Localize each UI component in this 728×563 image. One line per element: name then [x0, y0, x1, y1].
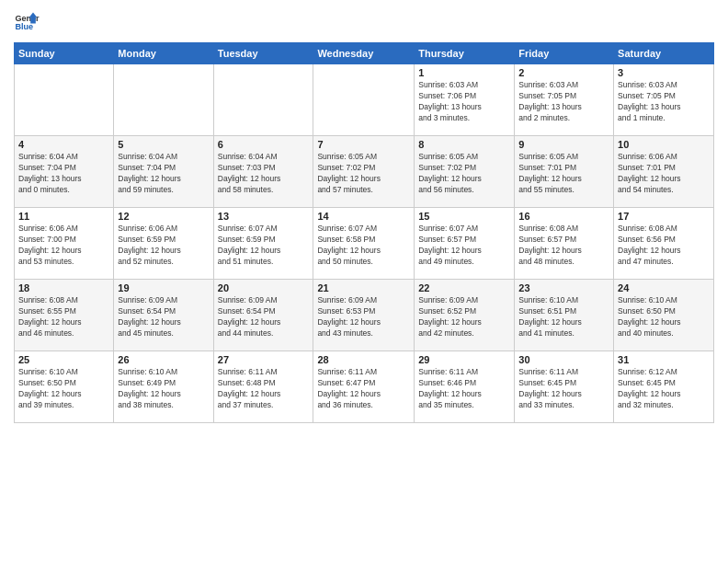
calendar-cell: 6Sunrise: 6:04 AMSunset: 7:03 PMDaylight…: [213, 136, 313, 208]
day-number: 1: [418, 67, 510, 78]
calendar-cell: 4Sunrise: 6:04 AMSunset: 7:04 PMDaylight…: [15, 136, 114, 208]
weekday-header-saturday: Saturday: [614, 43, 714, 64]
calendar-cell: 30Sunrise: 6:11 AMSunset: 6:45 PMDayligh…: [515, 351, 614, 423]
day-info: Sunrise: 6:05 AMSunset: 7:02 PMDaylight:…: [418, 152, 510, 196]
day-info: Sunrise: 6:08 AMSunset: 6:55 PMDaylight:…: [18, 295, 109, 339]
day-number: 10: [618, 139, 710, 150]
day-number: 31: [618, 354, 710, 365]
day-info: Sunrise: 6:08 AMSunset: 6:56 PMDaylight:…: [618, 224, 710, 268]
calendar-cell: 16Sunrise: 6:08 AMSunset: 6:57 PMDayligh…: [515, 208, 614, 280]
calendar-cell: 11Sunrise: 6:06 AMSunset: 7:00 PMDayligh…: [15, 208, 114, 280]
day-number: 7: [317, 139, 410, 150]
day-info: Sunrise: 6:07 AMSunset: 6:59 PMDaylight:…: [218, 224, 310, 268]
day-info: Sunrise: 6:11 AMSunset: 6:47 PMDaylight:…: [317, 367, 410, 411]
calendar-week-row: 1Sunrise: 6:03 AMSunset: 7:06 PMDaylight…: [15, 64, 714, 136]
weekday-header-wednesday: Wednesday: [313, 43, 415, 64]
calendar-cell: 2Sunrise: 6:03 AMSunset: 7:05 PMDaylight…: [515, 64, 614, 136]
day-number: 23: [518, 282, 609, 293]
calendar-cell: 17Sunrise: 6:08 AMSunset: 6:56 PMDayligh…: [614, 208, 714, 280]
day-info: Sunrise: 6:04 AMSunset: 7:04 PMDaylight:…: [18, 152, 109, 196]
calendar-cell: 21Sunrise: 6:09 AMSunset: 6:53 PMDayligh…: [313, 280, 415, 351]
calendar-table: SundayMondayTuesdayWednesdayThursdayFrid…: [14, 42, 714, 423]
day-number: 28: [317, 354, 410, 365]
day-info: Sunrise: 6:07 AMSunset: 6:58 PMDaylight:…: [317, 224, 410, 268]
calendar-cell: 5Sunrise: 6:04 AMSunset: 7:04 PMDaylight…: [114, 136, 213, 208]
weekday-header-sunday: Sunday: [15, 43, 114, 64]
calendar-cell: 22Sunrise: 6:09 AMSunset: 6:52 PMDayligh…: [415, 280, 515, 351]
day-number: 12: [118, 211, 209, 222]
day-number: 25: [18, 354, 109, 365]
calendar-cell: 9Sunrise: 6:05 AMSunset: 7:01 PMDaylight…: [515, 136, 614, 208]
day-number: 27: [218, 354, 310, 365]
day-info: Sunrise: 6:09 AMSunset: 6:52 PMDaylight:…: [418, 295, 510, 339]
day-number: 22: [418, 282, 510, 293]
day-number: 9: [518, 139, 609, 150]
calendar-cell: 20Sunrise: 6:09 AMSunset: 6:54 PMDayligh…: [213, 280, 313, 351]
calendar-cell: 27Sunrise: 6:11 AMSunset: 6:48 PMDayligh…: [213, 351, 313, 423]
calendar-cell: 1Sunrise: 6:03 AMSunset: 7:06 PMDaylight…: [415, 64, 515, 136]
day-number: 13: [218, 211, 310, 222]
calendar-week-row: 18Sunrise: 6:08 AMSunset: 6:55 PMDayligh…: [15, 280, 714, 351]
weekday-header-tuesday: Tuesday: [213, 43, 313, 64]
day-info: Sunrise: 6:08 AMSunset: 6:57 PMDaylight:…: [518, 224, 609, 268]
day-number: 17: [618, 211, 710, 222]
day-number: 29: [418, 354, 510, 365]
day-number: 14: [317, 211, 410, 222]
calendar-cell: 28Sunrise: 6:11 AMSunset: 6:47 PMDayligh…: [313, 351, 415, 423]
header: General Blue: [14, 9, 714, 35]
calendar-cell: [213, 64, 313, 136]
calendar-cell: 23Sunrise: 6:10 AMSunset: 6:51 PMDayligh…: [515, 280, 614, 351]
calendar-week-row: 11Sunrise: 6:06 AMSunset: 7:00 PMDayligh…: [15, 208, 714, 280]
calendar-cell: 15Sunrise: 6:07 AMSunset: 6:57 PMDayligh…: [415, 208, 515, 280]
day-number: 21: [317, 282, 410, 293]
day-number: 30: [518, 354, 609, 365]
calendar-cell: 7Sunrise: 6:05 AMSunset: 7:02 PMDaylight…: [313, 136, 415, 208]
svg-text:Blue: Blue: [15, 22, 33, 31]
day-info: Sunrise: 6:11 AMSunset: 6:45 PMDaylight:…: [518, 367, 609, 411]
weekday-header-row: SundayMondayTuesdayWednesdayThursdayFrid…: [15, 43, 714, 64]
calendar-cell: 24Sunrise: 6:10 AMSunset: 6:50 PMDayligh…: [614, 280, 714, 351]
day-info: Sunrise: 6:11 AMSunset: 6:48 PMDaylight:…: [218, 367, 310, 411]
day-number: 3: [618, 67, 710, 78]
calendar-cell: 31Sunrise: 6:12 AMSunset: 6:45 PMDayligh…: [614, 351, 714, 423]
calendar-cell: 29Sunrise: 6:11 AMSunset: 6:46 PMDayligh…: [415, 351, 515, 423]
day-info: Sunrise: 6:09 AMSunset: 6:53 PMDaylight:…: [317, 295, 410, 339]
day-info: Sunrise: 6:10 AMSunset: 6:49 PMDaylight:…: [118, 367, 209, 411]
logo-icon: General Blue: [14, 9, 40, 35]
calendar-cell: 13Sunrise: 6:07 AMSunset: 6:59 PMDayligh…: [213, 208, 313, 280]
calendar-week-row: 25Sunrise: 6:10 AMSunset: 6:50 PMDayligh…: [15, 351, 714, 423]
day-number: 11: [18, 211, 109, 222]
day-info: Sunrise: 6:12 AMSunset: 6:45 PMDaylight:…: [618, 367, 710, 411]
day-info: Sunrise: 6:03 AMSunset: 7:06 PMDaylight:…: [418, 80, 510, 124]
day-number: 4: [18, 139, 109, 150]
logo: General Blue: [14, 9, 40, 35]
day-number: 2: [518, 67, 609, 78]
day-number: 19: [118, 282, 209, 293]
day-info: Sunrise: 6:06 AMSunset: 7:00 PMDaylight:…: [18, 224, 109, 268]
day-info: Sunrise: 6:11 AMSunset: 6:46 PMDaylight:…: [418, 367, 510, 411]
calendar-week-row: 4Sunrise: 6:04 AMSunset: 7:04 PMDaylight…: [15, 136, 714, 208]
day-info: Sunrise: 6:10 AMSunset: 6:50 PMDaylight:…: [18, 367, 109, 411]
calendar-cell: 26Sunrise: 6:10 AMSunset: 6:49 PMDayligh…: [114, 351, 213, 423]
calendar-cell: 10Sunrise: 6:06 AMSunset: 7:01 PMDayligh…: [614, 136, 714, 208]
day-info: Sunrise: 6:03 AMSunset: 7:05 PMDaylight:…: [518, 80, 609, 124]
day-number: 26: [118, 354, 209, 365]
calendar-cell: 14Sunrise: 6:07 AMSunset: 6:58 PMDayligh…: [313, 208, 415, 280]
day-number: 5: [118, 139, 209, 150]
weekday-header-monday: Monday: [114, 43, 213, 64]
day-info: Sunrise: 6:09 AMSunset: 6:54 PMDaylight:…: [218, 295, 310, 339]
day-info: Sunrise: 6:04 AMSunset: 7:04 PMDaylight:…: [118, 152, 209, 196]
weekday-header-thursday: Thursday: [415, 43, 515, 64]
day-number: 16: [518, 211, 609, 222]
day-info: Sunrise: 6:10 AMSunset: 6:51 PMDaylight:…: [518, 295, 609, 339]
calendar-cell: [313, 64, 415, 136]
day-info: Sunrise: 6:06 AMSunset: 6:59 PMDaylight:…: [118, 224, 209, 268]
calendar-cell: 18Sunrise: 6:08 AMSunset: 6:55 PMDayligh…: [15, 280, 114, 351]
weekday-header-friday: Friday: [515, 43, 614, 64]
day-info: Sunrise: 6:10 AMSunset: 6:50 PMDaylight:…: [618, 295, 710, 339]
day-number: 15: [418, 211, 510, 222]
calendar-cell: 3Sunrise: 6:03 AMSunset: 7:05 PMDaylight…: [614, 64, 714, 136]
calendar-cell: 12Sunrise: 6:06 AMSunset: 6:59 PMDayligh…: [114, 208, 213, 280]
calendar-cell: 8Sunrise: 6:05 AMSunset: 7:02 PMDaylight…: [415, 136, 515, 208]
day-info: Sunrise: 6:06 AMSunset: 7:01 PMDaylight:…: [618, 152, 710, 196]
